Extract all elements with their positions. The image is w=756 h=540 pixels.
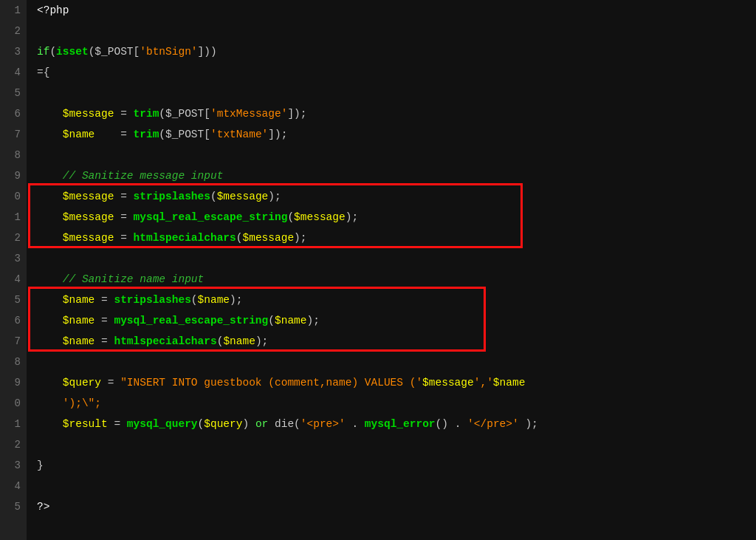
code-token: ($_POST[ bbox=[159, 108, 210, 120]
code-line bbox=[27, 476, 756, 496]
code-line bbox=[27, 434, 756, 455]
code-line: $query = "INSERT INTO guestbook (comment… bbox=[27, 372, 756, 393]
code-token: = bbox=[94, 315, 114, 327]
code-token: $message bbox=[63, 191, 114, 202]
code-token: $message bbox=[294, 211, 346, 223]
code-token: $message bbox=[63, 211, 114, 223]
line-num: 9 bbox=[0, 165, 27, 186]
code-token: $name bbox=[63, 294, 95, 306]
code-token bbox=[37, 170, 63, 182]
code-token: 'btnSign' bbox=[140, 46, 197, 58]
line-num: 8 bbox=[0, 145, 27, 165]
code-token: $name bbox=[275, 315, 307, 327]
code-token: $message bbox=[422, 377, 474, 389]
code-token: ={ bbox=[37, 66, 49, 78]
code-token bbox=[37, 211, 63, 223]
code-token bbox=[37, 108, 63, 120]
line-num: 3 bbox=[0, 455, 27, 476]
line-num: 2 bbox=[0, 21, 27, 41]
code-token: $name bbox=[63, 335, 95, 347]
code-token: $message bbox=[63, 108, 114, 120]
code-token: () . bbox=[436, 418, 468, 430]
line-num: 5 bbox=[0, 83, 27, 103]
code-token: trim bbox=[134, 129, 159, 140]
code-token: die( bbox=[268, 418, 300, 430]
code-line bbox=[27, 352, 756, 372]
code-token: '</pre>' bbox=[467, 418, 519, 430]
code-line: $message = htmlspecialchars($message); bbox=[27, 228, 756, 248]
code-token: trim bbox=[134, 108, 159, 120]
code-token: mysql_real_escape_string bbox=[114, 315, 268, 327]
code-token: ); bbox=[519, 418, 538, 430]
code-token: "INSERT INTO guestbook (comment,name) VA… bbox=[120, 377, 422, 389]
code-line: $name = stripslashes($name); bbox=[27, 290, 756, 310]
code-line: // Sanitize name input bbox=[27, 269, 756, 290]
code-token: '<pre>' bbox=[300, 418, 346, 430]
code-token bbox=[37, 273, 63, 285]
code-token: $name bbox=[63, 129, 95, 140]
code-token: stripslashes bbox=[134, 191, 210, 202]
line-num: 0 bbox=[0, 393, 27, 414]
line-num: 1 bbox=[0, 414, 27, 434]
code-token: 'mtxMessage' bbox=[210, 108, 287, 120]
code-token: ); bbox=[268, 191, 281, 202]
code-token bbox=[37, 315, 63, 327]
code-token: ',' bbox=[474, 377, 493, 389]
line-num: 3 bbox=[0, 248, 27, 269]
line-num: 4 bbox=[0, 62, 27, 83]
code-token: // Sanitize name input bbox=[63, 273, 204, 285]
code-token: = bbox=[94, 129, 133, 140]
code-line: } bbox=[27, 455, 756, 476]
code-token: htmlspecialchars bbox=[134, 232, 236, 244]
code-area: <?php if(isset($_POST['btnSign'])) ={ $m… bbox=[27, 0, 756, 540]
code-line: $result = mysql_query($query) or die('<p… bbox=[27, 414, 756, 434]
code-token: ( bbox=[198, 418, 205, 430]
code-token: = bbox=[94, 335, 114, 347]
code-token: $result bbox=[63, 418, 108, 430]
code-token: ( bbox=[268, 315, 275, 327]
line-num: 1 bbox=[0, 0, 27, 21]
line-numbers: 1 2 3 4 5 6 7 8 9 0 1 2 3 4 5 6 7 8 9 0 … bbox=[0, 0, 27, 540]
code-token bbox=[37, 232, 63, 244]
code-token: ); bbox=[294, 232, 306, 244]
code-editor: 1 2 3 4 5 6 7 8 9 0 1 2 3 4 5 6 7 8 9 0 … bbox=[0, 0, 756, 540]
code-token: ); bbox=[255, 335, 268, 347]
code-line: $message = stripslashes($message); bbox=[27, 186, 756, 207]
code-token: isset bbox=[56, 46, 89, 58]
code-line: $message = trim($_POST['mtxMessage']); bbox=[27, 103, 756, 124]
code-token: or bbox=[255, 418, 268, 430]
line-num: 0 bbox=[0, 186, 27, 207]
code-token: ); bbox=[346, 211, 358, 223]
code-token bbox=[37, 377, 63, 389]
code-line bbox=[27, 248, 756, 269]
code-line: <?php bbox=[27, 0, 756, 21]
code-token: $name bbox=[63, 315, 95, 327]
code-line: if(isset($_POST['btnSign'])) bbox=[27, 41, 756, 62]
code-token: ');\"; bbox=[63, 397, 101, 409]
code-token: $name bbox=[223, 335, 255, 347]
code-token: ($_POST[ bbox=[89, 46, 140, 58]
code-token: if bbox=[37, 46, 49, 58]
line-num: 6 bbox=[0, 310, 27, 331]
code-token: ($_POST[ bbox=[159, 129, 210, 140]
code-line: $name = trim($_POST['txtName']); bbox=[27, 124, 756, 145]
line-num: 2 bbox=[0, 434, 27, 455]
code-token: $name bbox=[493, 377, 526, 389]
code-line: $message = mysql_real_escape_string($mes… bbox=[27, 207, 756, 228]
code-token: // Sanitize message input bbox=[63, 170, 224, 182]
line-num: 8 bbox=[0, 352, 27, 372]
line-num: 9 bbox=[0, 372, 27, 393]
code-token: <?php bbox=[37, 4, 69, 16]
code-token: $message bbox=[63, 232, 114, 244]
code-token: mysql_real_escape_string bbox=[134, 211, 288, 223]
code-token: ?> bbox=[37, 501, 49, 513]
code-token: mysql_query bbox=[127, 418, 198, 430]
line-num: 7 bbox=[0, 124, 27, 145]
code-token: } bbox=[37, 459, 44, 471]
code-token: ]); bbox=[287, 108, 306, 120]
code-token bbox=[37, 191, 63, 202]
code-token: ( bbox=[287, 211, 294, 223]
code-token: ); bbox=[230, 294, 242, 306]
code-line bbox=[27, 145, 756, 165]
code-token: $query bbox=[63, 377, 101, 389]
